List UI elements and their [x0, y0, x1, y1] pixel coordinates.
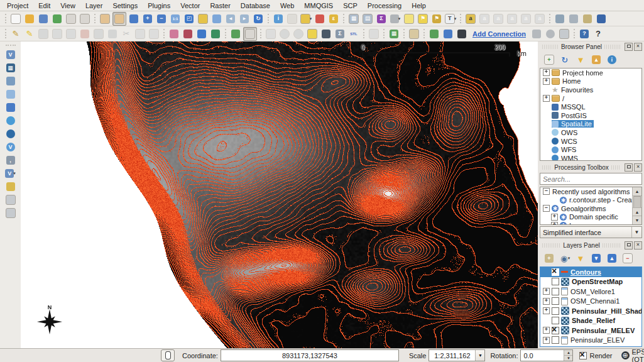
raster-table-button[interactable]: ▤ [361, 13, 374, 25]
zoom-full-button[interactable]: ◰ [183, 13, 195, 25]
zoom-last-button[interactable]: ◂ [224, 13, 237, 25]
browser-item-spatialite[interactable]: +SpatiaLite [540, 120, 641, 129]
panel-drag-handle[interactable] [603, 243, 621, 248]
open-attribute-table-button[interactable]: ▦ [347, 13, 360, 25]
add-wms-service-button[interactable] [442, 28, 454, 40]
menu-processing[interactable]: Processing [363, 1, 407, 10]
browser-properties-button[interactable]: i [606, 53, 618, 66]
text-annotation-button[interactable]: T▾ [444, 13, 457, 25]
pan-to-selection-button[interactable] [128, 13, 140, 25]
rotation-spinbox[interactable]: 0.0 ▲▼ [520, 349, 573, 361]
scale-combo[interactable]: 1:2,311,162 ▼ [428, 349, 485, 361]
expander-plus-icon[interactable]: + [543, 307, 550, 314]
globe-plugin-button[interactable] [209, 28, 222, 40]
menu-mmqgis[interactable]: MMQGIS [299, 1, 338, 10]
browser-item-wcs[interactable]: +WCS [540, 137, 641, 146]
idea-tool-button[interactable] [306, 28, 319, 40]
expander-plus-icon[interactable]: + [543, 78, 550, 85]
zoom-in-button[interactable]: + [141, 13, 154, 25]
stl-tool-button[interactable]: STL [347, 28, 360, 40]
current-edits-button[interactable]: ✎ [9, 28, 22, 40]
expander-minus-icon[interactable]: − [543, 205, 550, 212]
georef-point-1-button[interactable] [278, 28, 291, 40]
layer-item-peninsular-melev[interactable]: +Peninsular_MELEV [540, 326, 641, 336]
browser-item-wms[interactable]: +WMS [540, 154, 641, 161]
panel-drag-handle[interactable] [542, 165, 552, 170]
menu-layer[interactable]: Layer [80, 1, 108, 10]
georef-copy-button[interactable] [265, 28, 277, 40]
browser-item-home[interactable]: +Home [540, 77, 641, 86]
select-features-button[interactable]: ▾ [300, 13, 312, 25]
scroll-up-icon[interactable]: ▲ [633, 207, 641, 216]
layer-labeling-button[interactable]: a [464, 13, 477, 25]
close-panel-button[interactable]: × [634, 241, 642, 250]
layer-item-contours[interactable]: +Contours [540, 267, 641, 277]
processing-interface-select[interactable]: Simplified interface ▼ [540, 226, 642, 238]
add-spatialite-layer-button[interactable] [4, 88, 17, 101]
label-highlight-button[interactable]: a [492, 13, 505, 25]
menu-raster[interactable]: Raster [205, 1, 235, 10]
grass-refresh-button[interactable]: ▦ [388, 28, 400, 40]
expander-plus-icon[interactable]: + [543, 95, 550, 102]
dark-tile-button[interactable] [320, 28, 332, 40]
copy-features-button[interactable] [134, 28, 146, 40]
layer-visibility-checkbox[interactable] [552, 288, 559, 295]
browser-item-favourites[interactable]: +★Favourites [540, 85, 641, 94]
composer-manager-button[interactable] [79, 13, 91, 25]
browser-item-ows[interactable]: +OWS [540, 128, 641, 137]
browser-item-mssql[interactable]: +MSSQL [540, 102, 641, 111]
select-green-button[interactable] [428, 28, 440, 40]
scroll-up-icon[interactable]: ▲ [633, 187, 641, 196]
menu-plugins[interactable]: Plugins [143, 1, 175, 10]
menu-help[interactable]: Help [407, 1, 431, 10]
db-manager-button[interactable] [595, 13, 608, 25]
layer-item-osm-chennai1[interactable]: +OSM_Chennai1 [540, 297, 641, 307]
show-statistics-button[interactable]: Σ [375, 13, 388, 25]
coordinate-input[interactable] [221, 349, 399, 361]
panel-drag-handle[interactable] [542, 45, 559, 49]
add-wfs-layer-button[interactable]: V [4, 141, 17, 153]
float-panel-button[interactable] [625, 241, 633, 250]
close-panel-button[interactable]: × [634, 163, 642, 172]
refresh-map-button[interactable]: ↻ [252, 13, 265, 25]
m-sigma-button[interactable]: Σ [334, 28, 346, 40]
add-vector-layer-button[interactable]: V [4, 48, 17, 61]
filter-browser-button[interactable]: ▼ [574, 53, 587, 66]
collapse-all-button[interactable]: ▲ [606, 252, 618, 265]
zoom-next-button[interactable]: ▸ [238, 13, 251, 25]
panel-drag-handle[interactable] [604, 45, 621, 49]
browser-item-wfs[interactable]: +WFS [540, 145, 641, 154]
measure-button[interactable]: ▾ [389, 13, 401, 25]
scp-band-set-button[interactable] [243, 27, 257, 41]
crs-status-icon[interactable]: ⊕ [621, 351, 630, 359]
float-panel-button[interactable] [625, 163, 633, 172]
processing-scrollbar[interactable]: ▲ ▲ ▼ [632, 187, 641, 224]
add-mssql-layer-button[interactable] [4, 101, 17, 114]
menu-web[interactable]: Web [275, 1, 299, 10]
processing-search-input[interactable] [540, 175, 641, 183]
expand-all-button[interactable]: ▼ [590, 252, 603, 265]
new-shapefile-layer-button[interactable]: V▾ [4, 167, 17, 180]
label-move-button[interactable]: a [506, 13, 518, 25]
deselect-features-button[interactable] [314, 13, 326, 25]
new-spatialite-layer-button[interactable] [4, 180, 17, 193]
browser-item-[interactable]: +/ [540, 94, 641, 103]
layers-panel-title-bar[interactable]: Layers Panel × [538, 240, 644, 250]
save-project-as-button[interactable] [51, 13, 63, 25]
run-feature-action-button[interactable] [286, 13, 298, 25]
save-project-button[interactable] [37, 13, 50, 25]
node-tool-button[interactable] [92, 28, 105, 40]
layer-visibility-checkbox[interactable] [552, 268, 559, 276]
add-connection-link[interactable]: Add Connection [472, 30, 526, 38]
layer-visibility-checkbox[interactable] [552, 317, 559, 324]
offline-editing-button[interactable] [554, 13, 566, 25]
browser-panel-title-bar[interactable]: Browser Panel × [538, 41, 644, 52]
menu-view[interactable]: View [55, 1, 80, 10]
move-feature-button[interactable] [79, 28, 91, 40]
rotate-feature-button[interactable] [168, 28, 180, 40]
globe-gray-button[interactable] [544, 28, 557, 40]
toggle-editing-button[interactable]: ✎ [23, 28, 36, 40]
delete-selected-button[interactable] [106, 28, 119, 40]
spin-down-icon[interactable]: ▼ [564, 356, 572, 361]
digitize-curve-button[interactable] [65, 28, 77, 40]
